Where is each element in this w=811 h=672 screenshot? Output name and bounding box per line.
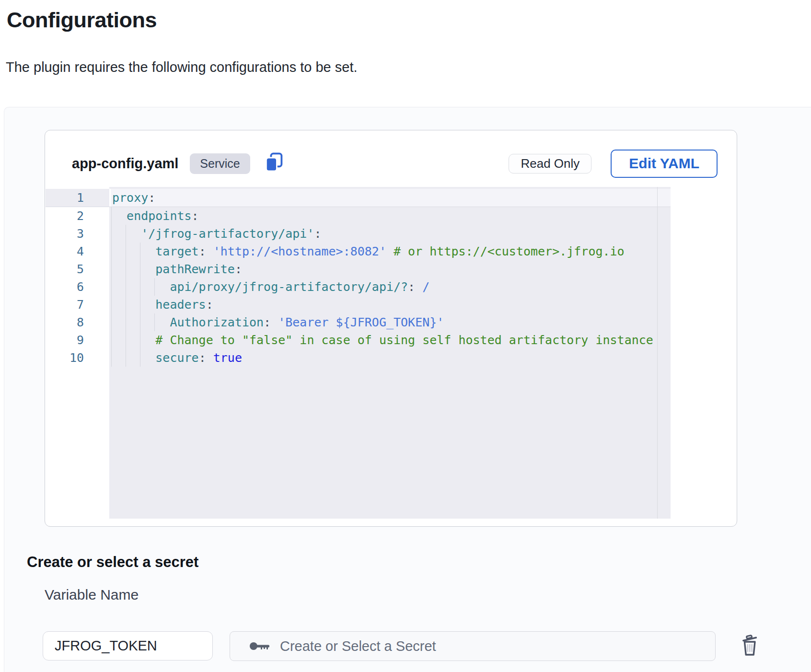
- configurations-page: Configurations The plugin requires the f…: [0, 0, 811, 672]
- yaml-editor-card: app-config.yaml Service Read Only Edit Y…: [45, 130, 737, 527]
- code-line[interactable]: 5 pathRewrite:: [46, 260, 671, 278]
- secret-select-placeholder: Create or Select a Secret: [280, 638, 436, 654]
- secret-select-field[interactable]: Create or Select a Secret: [230, 631, 716, 661]
- edit-yaml-button[interactable]: Edit YAML: [611, 150, 718, 178]
- editor-scrollbar-track[interactable]: [657, 187, 658, 519]
- line-number: 9: [46, 331, 109, 349]
- code-line[interactable]: 8 Authorization: 'Bearer ${JFROG_TOKEN}': [46, 313, 671, 331]
- file-name: app-config.yaml: [72, 156, 178, 172]
- variable-name-input[interactable]: [43, 631, 213, 660]
- copy-icon: [265, 152, 283, 174]
- line-number: 8: [46, 313, 109, 331]
- code-line[interactable]: 9 # Change to "false" in case of using s…: [46, 331, 671, 349]
- editor-card-header: app-config.yaml Service Read Only Edit Y…: [45, 130, 737, 187]
- line-number: 5: [46, 260, 109, 278]
- line-number: 3: [46, 225, 109, 243]
- variable-name-label: Variable Name: [45, 587, 139, 603]
- code-text: api/proxy/jfrog-artifactory/api/?: /: [109, 278, 429, 296]
- code-line[interactable]: 6 api/proxy/jfrog-artifactory/api/?: /: [46, 278, 671, 296]
- code-line[interactable]: 7 headers:: [46, 296, 671, 313]
- code-text: # Change to "false" in case of using sel…: [109, 331, 653, 349]
- code-line[interactable]: 4 target: 'http://<hostname>:8082' # or …: [46, 243, 671, 260]
- page-title: Configurations: [7, 8, 157, 33]
- read-only-button[interactable]: Read Only: [509, 154, 591, 174]
- code-text: target: 'http://<hostname>:8082' # or ht…: [109, 243, 625, 260]
- delete-secret-button[interactable]: [737, 633, 763, 660]
- secret-section-heading: Create or select a secret: [27, 554, 198, 571]
- service-badge: Service: [190, 153, 250, 174]
- code-text: Authorization: 'Bearer ${JFROG_TOKEN}': [109, 313, 444, 331]
- code-lines-container: 1proxy:2 endpoints:3 '/jfrog-artifactory…: [46, 187, 671, 367]
- key-icon: [249, 640, 270, 652]
- code-line[interactable]: 10 secure: true: [46, 349, 671, 367]
- page-subtitle: The plugin requires the following config…: [6, 59, 358, 75]
- line-number: 2: [46, 207, 109, 225]
- code-text: secure: true: [109, 349, 242, 367]
- line-number: 7: [46, 296, 109, 313]
- code-text: endpoints:: [109, 207, 199, 225]
- code-line[interactable]: 2 endpoints:: [46, 207, 671, 225]
- yaml-editor[interactable]: 1proxy:2 endpoints:3 '/jfrog-artifactory…: [46, 187, 671, 519]
- line-number: 4: [46, 243, 109, 260]
- code-text: proxy:: [109, 189, 155, 207]
- code-line[interactable]: 1proxy:: [46, 189, 671, 207]
- copy-button[interactable]: [265, 153, 284, 174]
- code-text: headers:: [109, 296, 213, 313]
- trash-icon: [738, 633, 762, 660]
- code-line[interactable]: 3 '/jfrog-artifactory/api':: [46, 225, 671, 243]
- code-text: pathRewrite:: [109, 260, 242, 278]
- line-number: 1: [46, 189, 109, 207]
- line-number: 6: [46, 278, 109, 296]
- code-text: '/jfrog-artifactory/api':: [109, 225, 322, 243]
- line-number: 10: [46, 349, 109, 367]
- content-panel: app-config.yaml Service Read Only Edit Y…: [4, 107, 811, 672]
